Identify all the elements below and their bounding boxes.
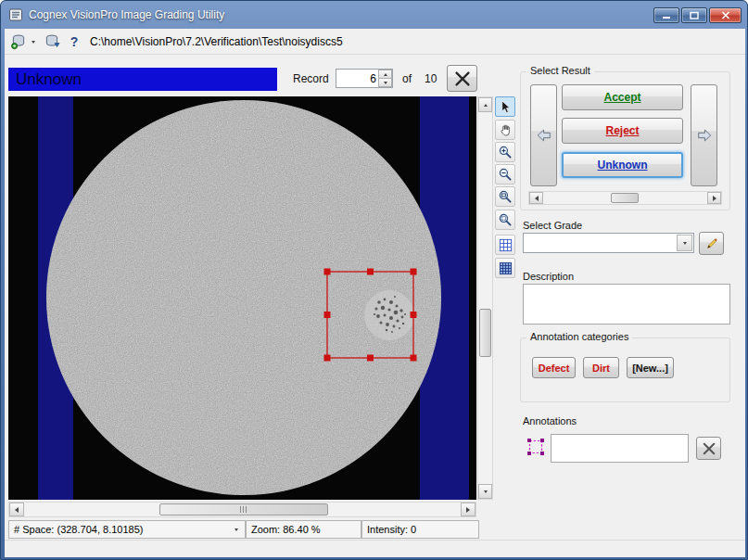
tool-zoom-fit-button[interactable] xyxy=(495,210,515,230)
x-icon xyxy=(701,440,717,457)
zoom-fit-icon xyxy=(499,213,513,227)
minimize-icon xyxy=(662,11,671,19)
zoom-out-icon xyxy=(499,168,513,182)
window-statusbar xyxy=(5,540,745,557)
maximize-button[interactable] xyxy=(681,7,707,23)
tool-grid-filled-button[interactable] xyxy=(495,258,515,278)
tool-zoom-window-button[interactable] xyxy=(495,186,515,207)
hand-icon xyxy=(499,123,513,137)
select-result-group: Select Result Accept Reject Unknown xyxy=(520,71,730,210)
edit-grades-button[interactable] xyxy=(699,232,724,255)
image-source-dropdown[interactable] xyxy=(28,32,39,52)
image-viewport[interactable] xyxy=(8,96,476,500)
zoom-in-icon xyxy=(499,146,513,159)
close-icon xyxy=(721,11,730,19)
image-hscrollbar[interactable] xyxy=(8,502,476,517)
accept-button[interactable]: Accept xyxy=(562,84,683,110)
image-vscrollbar[interactable] xyxy=(477,96,493,500)
status-zoom-cell: Zoom: 86.40 % xyxy=(246,520,361,539)
tool-pan-button[interactable] xyxy=(495,120,515,140)
tool-select-button[interactable] xyxy=(495,96,515,117)
help-icon: ? xyxy=(70,34,79,49)
record-label: Record xyxy=(293,72,329,85)
hscroll-thumb[interactable] xyxy=(159,503,328,515)
status-zoom-text: Zoom: 86.40 % xyxy=(251,524,321,535)
tool-grid-button[interactable] xyxy=(495,235,515,255)
app-icon xyxy=(8,7,23,22)
previous-record-button[interactable] xyxy=(530,84,557,186)
scroll-left-button[interactable] xyxy=(9,503,24,516)
down-arrow-icon xyxy=(484,490,488,493)
tool-zoom-in-button[interactable] xyxy=(495,142,515,162)
tool-zoom-out-button[interactable] xyxy=(495,164,515,185)
status-space-text: # Space: (328.704, 8.10185) xyxy=(14,524,143,535)
unknown-button[interactable]: Unknown xyxy=(562,152,683,178)
status-intensity-text: Intensity: 0 xyxy=(367,524,416,535)
select-result-title: Select Result xyxy=(526,65,594,76)
vscroll-thumb[interactable] xyxy=(479,309,491,357)
annotations-title: Annotations xyxy=(523,415,577,426)
delete-annotation-button[interactable] xyxy=(696,437,721,460)
defect-blob xyxy=(364,290,414,340)
zoom-window-icon xyxy=(499,190,513,204)
space-dropdown-button[interactable] xyxy=(230,523,243,536)
x-icon xyxy=(452,69,473,89)
arrow-right-icon xyxy=(696,127,713,144)
select-grade-title: Select Grade xyxy=(523,220,582,231)
scroll-down-button[interactable] xyxy=(478,484,492,499)
save-database-icon xyxy=(44,33,60,50)
right-arrow-icon xyxy=(466,507,470,513)
reject-button[interactable]: Reject xyxy=(562,118,683,144)
region-selection-icon xyxy=(526,437,546,457)
status-intensity-cell: Intensity: 0 xyxy=(361,520,479,539)
annotation-categories-title: Annotation categories xyxy=(526,331,632,342)
close-button[interactable] xyxy=(709,7,742,23)
description-title: Description xyxy=(523,271,574,282)
next-record-button[interactable] xyxy=(691,84,717,186)
category-defect-button[interactable]: Defect xyxy=(532,357,576,378)
scroll-right-button[interactable] xyxy=(461,503,475,516)
category-dirt-button[interactable]: Dirt xyxy=(583,357,619,378)
save-results-button[interactable] xyxy=(42,32,62,52)
annotation-text-input[interactable] xyxy=(551,435,688,462)
annotation-text-container xyxy=(551,434,689,463)
status-space-cell: # Space: (328.704, 8.10185) xyxy=(8,520,246,539)
dropdown-caret-icon xyxy=(235,528,238,531)
left-arrow-icon xyxy=(15,507,19,513)
record-slider-thumb[interactable] xyxy=(611,193,639,203)
up-arrow-icon xyxy=(484,104,488,107)
annotation-categories-group: Annotation categories Defect Dirt [New..… xyxy=(520,337,730,402)
database-icon xyxy=(10,33,27,50)
record-slider[interactable] xyxy=(528,191,722,205)
left-arrow-icon xyxy=(535,196,539,201)
pencil-icon xyxy=(705,237,718,250)
record-total-label: 10 xyxy=(425,72,437,85)
app-window: Cognex VisionPro Image Grading Utility xyxy=(0,0,748,560)
record-number-input[interactable] xyxy=(336,70,378,87)
record-of-label: of xyxy=(402,72,412,85)
slider-left-button[interactable] xyxy=(529,192,543,204)
grid-icon xyxy=(499,238,513,252)
scroll-up-button[interactable] xyxy=(478,97,492,112)
record-spinbox xyxy=(336,69,393,88)
pointer-icon xyxy=(499,100,513,114)
right-arrow-icon xyxy=(713,196,716,201)
dropdown-caret-icon xyxy=(683,242,687,245)
main-toolbar: ? C:\home\VisionPro\7.2\Verification\Tes… xyxy=(5,29,745,55)
delete-record-button[interactable] xyxy=(447,65,477,92)
annotation-region-indicator xyxy=(526,437,546,457)
grade-dropdown-button[interactable] xyxy=(677,235,692,251)
arrow-left-icon xyxy=(536,127,552,144)
help-button[interactable]: ? xyxy=(64,32,84,52)
maximize-icon xyxy=(690,11,699,19)
image-canvas[interactable] xyxy=(8,96,476,500)
description-input[interactable] xyxy=(523,284,730,325)
category-new-button[interactable]: [New...] xyxy=(627,357,674,378)
file-path-label: C:\home\VisionPro\7.2\Verification\Test\… xyxy=(90,35,343,48)
grid-filled-icon xyxy=(499,261,513,275)
grade-combobox[interactable] xyxy=(523,233,694,253)
record-spin-down-button[interactable] xyxy=(378,78,392,87)
minimize-button[interactable] xyxy=(653,7,679,23)
image-source-button[interactable] xyxy=(8,32,29,52)
slider-right-button[interactable] xyxy=(707,192,721,204)
